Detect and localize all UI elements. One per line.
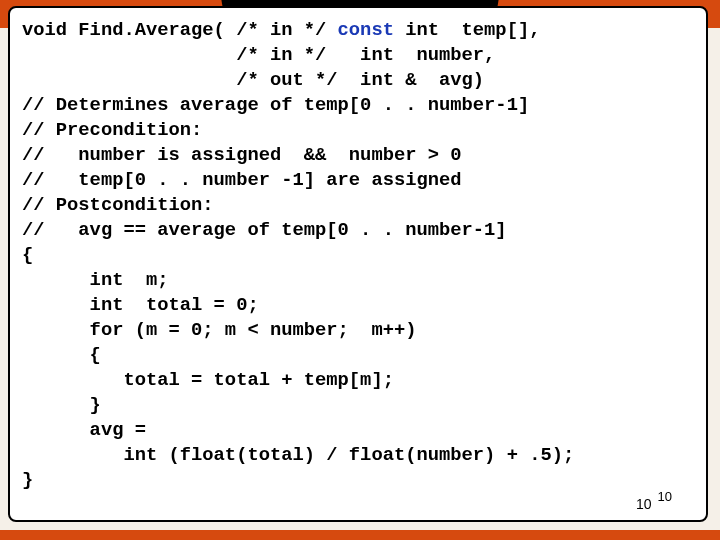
code-line: void Find.Average( /* in */ [22,19,338,41]
code-line: int temp[], [394,19,541,41]
code-line: avg = [22,419,146,441]
code-line: /* out */ int & avg) [22,69,484,91]
code-line: // Postcondition: [22,194,214,216]
page-number-main: 10 [636,496,652,512]
background: void Find.Average( /* in */ const int te… [0,0,720,540]
keyword-const: const [338,19,394,41]
code-line: int total = 0; [22,294,259,316]
code-line: // temp[0 . . number -1] are assigned [22,169,462,191]
code-line: int (float(total) / float(number) + .5); [22,444,574,466]
code-line: { [22,244,33,266]
code-line: // number is assigned && number > 0 [22,144,462,166]
code-block: void Find.Average( /* in */ const int te… [22,18,694,493]
code-line: // Determines average of temp[0 . . numb… [22,94,529,116]
code-line: /* in */ int number, [22,44,495,66]
code-panel: void Find.Average( /* in */ const int te… [8,6,708,522]
page-number-small: 10 [658,489,672,504]
code-line: // avg == average of temp[0 . . number-1… [22,219,507,241]
code-line: // Precondition: [22,119,202,141]
code-line: { [22,344,101,366]
page-number: 1010 [636,496,666,512]
code-line: int m; [22,269,169,291]
code-line: for (m = 0; m < number; m++) [22,319,416,341]
code-line: } [22,394,101,416]
code-line: } [22,469,33,491]
code-line: total = total + temp[m]; [22,369,394,391]
footer-band [0,530,720,540]
